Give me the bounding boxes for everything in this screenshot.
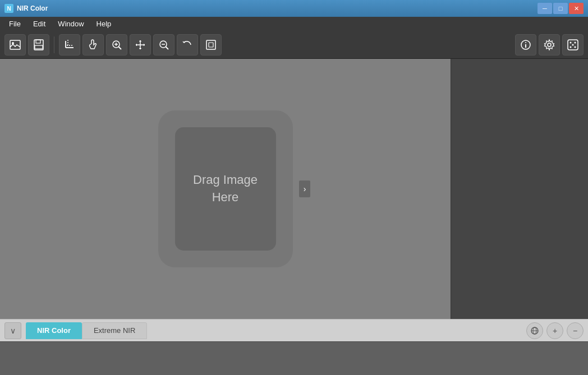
- canvas-area[interactable]: › Drag Image Here: [0, 59, 451, 319]
- rotate-button[interactable]: [177, 34, 198, 55]
- fit-button[interactable]: [200, 34, 222, 55]
- svg-point-1: [12, 42, 14, 44]
- open-image-button[interactable]: [4, 34, 26, 55]
- panel-toggle-arrow[interactable]: ›: [299, 180, 310, 197]
- svg-point-23: [548, 43, 551, 47]
- tab-nir-color[interactable]: NIR Color: [26, 322, 82, 339]
- plus-icon: +: [553, 326, 557, 335]
- minus-icon: −: [573, 326, 577, 335]
- svg-point-26: [575, 41, 576, 43]
- svg-point-28: [575, 46, 576, 48]
- svg-rect-4: [35, 45, 43, 49]
- svg-point-29: [572, 44, 574, 45]
- move-button[interactable]: [130, 34, 151, 55]
- title-bar: N NIR Color ─ □ ✕: [0, 0, 588, 17]
- drag-text-line2: Here: [212, 190, 239, 204]
- effects-button[interactable]: [562, 34, 584, 55]
- zoom-out-button[interactable]: [153, 34, 174, 55]
- toolbar-separator-1: [54, 36, 54, 53]
- drag-placeholder: Drag Image Here: [158, 110, 293, 267]
- crop-button[interactable]: [59, 34, 80, 55]
- hand-button[interactable]: [82, 34, 104, 55]
- title-bar-left: N NIR Color: [4, 4, 48, 13]
- app-icon: N: [4, 4, 13, 13]
- drag-text: Drag Image Here: [193, 172, 258, 206]
- toolbar: [0, 31, 588, 59]
- chevron-down-icon: ∨: [10, 326, 16, 335]
- menu-file[interactable]: File: [3, 18, 26, 29]
- tab-remove-button[interactable]: −: [567, 322, 584, 339]
- tab-bar: ∨ NIR Color Extreme NIR + −: [0, 319, 588, 341]
- tab-actions: + −: [526, 322, 584, 339]
- svg-point-22: [525, 42, 526, 43]
- app-title: NIR Color: [17, 4, 48, 12]
- save-button[interactable]: [28, 34, 49, 55]
- svg-rect-3: [36, 40, 40, 43]
- tab-add-button[interactable]: +: [546, 322, 563, 339]
- svg-point-25: [570, 41, 572, 43]
- right-panel: [451, 59, 588, 319]
- tab-extreme-nir[interactable]: Extreme NIR: [82, 322, 147, 339]
- close-button[interactable]: ✕: [569, 3, 584, 14]
- drag-text-line1: Drag Image: [193, 173, 258, 187]
- maximize-button[interactable]: □: [553, 3, 568, 14]
- minimize-button[interactable]: ─: [538, 3, 552, 14]
- menu-help[interactable]: Help: [91, 18, 117, 29]
- tab-globe-button[interactable]: [526, 322, 543, 339]
- settings-button[interactable]: [539, 34, 560, 55]
- drag-inner: Drag Image Here: [175, 127, 276, 251]
- menu-edit[interactable]: Edit: [27, 18, 51, 29]
- title-controls: ─ □ ✕: [538, 3, 584, 14]
- svg-line-16: [166, 47, 169, 49]
- svg-point-27: [570, 46, 572, 48]
- menu-bar: File Edit Window Help: [0, 17, 588, 31]
- tab-extreme-nir-label: Extreme NIR: [94, 326, 135, 335]
- tab-nir-color-label: NIR Color: [37, 326, 71, 335]
- info-button[interactable]: [515, 34, 536, 55]
- svg-rect-18: [206, 40, 215, 49]
- zoom-in-button[interactable]: [106, 34, 127, 55]
- svg-line-10: [119, 47, 122, 49]
- status-bar: [0, 341, 588, 375]
- svg-rect-0: [10, 40, 20, 49]
- menu-window[interactable]: Window: [52, 18, 89, 29]
- main-area: › Drag Image Here: [0, 59, 588, 319]
- tab-chevron-button[interactable]: ∨: [4, 322, 21, 339]
- svg-rect-19: [209, 43, 213, 47]
